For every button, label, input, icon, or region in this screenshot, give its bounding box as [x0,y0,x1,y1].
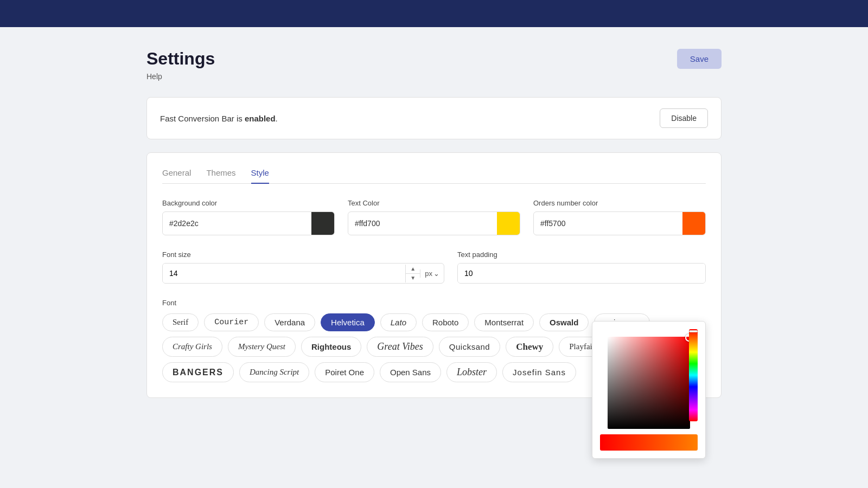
spectrum-handle [689,330,698,332]
font-size-group: Font size ▲ ▼ px ⌄ [162,251,444,284]
font-oswald[interactable]: Oswald [539,313,589,331]
font-roboto[interactable]: Roboto [422,313,469,331]
background-color-input[interactable] [163,214,311,233]
font-bangers[interactable]: BANGERS [162,362,234,382]
tab-general[interactable]: General [162,168,191,184]
color-picker-popup[interactable] [592,321,706,459]
disable-button[interactable]: Disable [660,108,708,128]
font-mystery-quest[interactable]: Mystery Quest [228,337,296,357]
font-lobster[interactable]: Lobster [446,362,497,382]
text-padding-input[interactable] [458,264,705,283]
text-color-label: Text Color [348,199,520,207]
font-size-unit: px ⌄ [420,269,444,278]
font-courier[interactable]: Courier [204,313,259,331]
font-montserrat[interactable]: Montserrat [474,313,534,331]
text-padding-label: Text padding [457,251,706,259]
text-color-group: Text Color [348,199,520,235]
font-size-down[interactable]: ▼ [406,274,420,282]
top-bar [0,0,868,27]
orders-color-group: Orders number color [533,199,706,235]
font-section-label: Font [162,299,706,307]
color-bottom-bar[interactable] [600,434,698,451]
tab-style[interactable]: Style [251,168,269,184]
font-great-vibes[interactable]: Great Vibes [367,337,433,357]
orders-color-input[interactable] [534,214,682,233]
orders-color-input-wrapper [533,211,706,235]
font-helvetica[interactable]: Helvetica [321,313,375,331]
font-serif[interactable]: Serif [162,313,199,331]
font-size-up[interactable]: ▲ [406,265,420,274]
font-poiret-one[interactable]: Poiret One [315,362,374,382]
font-crafty-girls[interactable]: Crafty Girls [162,337,222,357]
font-size-input[interactable] [163,264,405,283]
status-text-status: enabled [245,114,276,123]
font-size-stepper[interactable]: ▲ ▼ [405,265,420,282]
tabs: General Themes Style [162,168,706,184]
status-text-before: Fast Conversion Bar is [160,114,245,123]
text-padding-input-wrapper [457,263,706,284]
status-text-after: . [276,114,278,123]
font-open-sans[interactable]: Open Sans [380,362,441,382]
text-color-swatch[interactable] [497,212,520,235]
font-quicksand[interactable]: Quicksand [439,337,500,357]
settings-card: General Themes Style Background color Te… [146,152,722,398]
orders-color-swatch[interactable] [682,212,705,235]
save-button[interactable]: Save [677,49,722,69]
tab-themes[interactable]: Themes [206,168,235,184]
font-size-label: Font size [162,251,444,259]
status-banner: Fast Conversion Bar is enabled. Disable [146,97,722,139]
sizing-row: Font size ▲ ▼ px ⌄ Text padding [162,251,706,284]
page-title: Settings [146,49,215,69]
font-lato[interactable]: Lato [380,313,417,331]
font-size-input-wrapper: ▲ ▼ px ⌄ [162,263,444,284]
font-chewy[interactable]: Chewy [506,337,553,357]
color-gradient[interactable] [608,337,690,429]
background-color-swatch[interactable] [311,212,334,235]
text-color-input[interactable] [348,214,497,233]
font-dancing-script[interactable]: Dancing Script [239,362,309,382]
status-text: Fast Conversion Bar is enabled. [160,114,278,123]
background-color-input-wrapper [162,211,335,235]
font-righteous[interactable]: Righteous [301,337,361,357]
font-josefin-sans[interactable]: Josefin Sans [502,362,576,382]
color-spectrum[interactable] [689,329,698,421]
orders-color-label: Orders number color [533,199,706,207]
background-color-label: Background color [162,199,335,207]
text-color-input-wrapper [348,211,520,235]
background-color-group: Background color [162,199,335,235]
font-verdana[interactable]: Verdana [264,313,315,331]
help-link[interactable]: Help [146,72,215,81]
colors-row: Background color Text Color Orders numbe… [162,199,706,235]
text-padding-group: Text padding [457,251,706,284]
